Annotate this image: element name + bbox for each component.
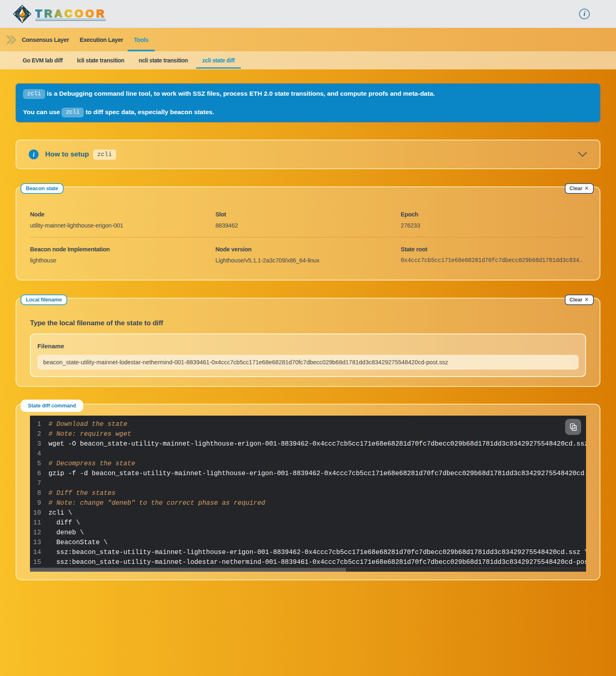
svg-text:TRACOOR: TRACOOR <box>35 8 106 19</box>
